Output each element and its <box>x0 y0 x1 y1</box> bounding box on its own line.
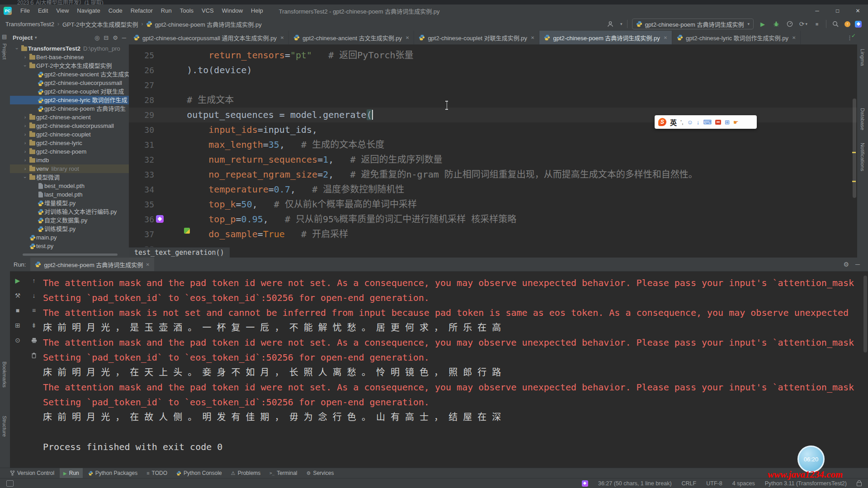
update-notification-icon[interactable]: ↑ <box>844 21 850 27</box>
menu-item-file[interactable]: File <box>16 5 34 17</box>
close-icon[interactable]: ✕ <box>792 35 796 40</box>
tree-item[interactable]: ›imdb <box>10 156 129 164</box>
tree-chevron-icon[interactable]: › <box>22 113 28 122</box>
user-dropdown-icon[interactable]: ▾ <box>620 22 623 26</box>
caret-position-label[interactable]: 36:27 (50 chars, 1 line break) <box>598 480 672 487</box>
stripe-lingma-button[interactable]: Lingma <box>860 49 865 66</box>
tool-window-grid-icon[interactable]: ▤ <box>2 33 7 40</box>
tree-item[interactable]: gpt2-chinese-poem 古典诗词生 <box>10 104 129 113</box>
tree-chevron-icon[interactable]: › <box>22 53 28 61</box>
indent-label[interactable]: 4 spaces <box>732 480 755 487</box>
stripe-database-button[interactable]: Database <box>860 108 865 130</box>
tree-chevron-icon[interactable]: › <box>22 139 28 147</box>
tree-chevron-icon[interactable]: › <box>22 130 28 139</box>
tree-chevron-icon[interactable]: › <box>22 156 28 164</box>
up-icon[interactable]: ↑ <box>29 276 39 286</box>
ime-grid-icon[interactable]: ⊞ <box>725 119 730 126</box>
project-view-dropdown-icon[interactable]: ▾ <box>35 35 37 40</box>
menu-item-edit[interactable]: Edit <box>34 5 52 17</box>
clear-icon[interactable] <box>29 350 39 360</box>
line-ending-label[interactable]: CRLF <box>682 480 697 487</box>
editor-tab[interactable]: gpt2-chinese-cluecorpussmall 通用文本生成实例.py… <box>129 31 289 44</box>
tree-chevron-icon[interactable]: › <box>22 164 28 173</box>
tree-chevron-icon[interactable]: › <box>21 174 29 181</box>
toolwindow-button-python-packages[interactable]: Python Packages <box>85 468 141 479</box>
console-hide-icon[interactable]: ─ <box>855 261 860 268</box>
tree-item[interactable]: test.py <box>10 242 129 250</box>
hide-panel-icon[interactable]: ─ <box>122 34 126 41</box>
breadcrumb-item[interactable]: GPT-2中文文本生成模型实例 <box>62 20 138 28</box>
down-icon[interactable]: ↓ <box>29 291 39 300</box>
tree-item[interactable]: gpt2-chinese-cluecorpussmall <box>10 79 129 87</box>
editor-scrollbar[interactable]: ✓ <box>851 31 857 244</box>
code-editor[interactable]: 25 return_tensors="pt" # 返回PyTorch张量26 )… <box>129 44 857 258</box>
pin-icon[interactable]: ⊙ <box>13 335 23 345</box>
console-scrollbar-thumb[interactable] <box>863 276 867 352</box>
menu-item-run[interactable]: Run <box>157 5 176 17</box>
tree-item[interactable]: ›模型微调 <box>10 173 129 182</box>
workspace-icon[interactable] <box>6 480 14 487</box>
toolwindow-button-run[interactable]: ▶Run <box>60 468 83 479</box>
ime-keyboard-icon[interactable]: ⌨ <box>703 119 712 126</box>
tree-chevron-icon[interactable]: › <box>21 62 29 69</box>
menu-item-window[interactable]: Window <box>218 5 247 17</box>
close-icon[interactable]: ✕ <box>146 262 149 267</box>
tree-item[interactable]: 训练模型.py <box>10 225 129 233</box>
stripe-structure-button[interactable]: Structure <box>2 416 7 437</box>
minimize-button[interactable]: ─ <box>807 5 827 17</box>
close-icon[interactable]: ✕ <box>280 35 284 40</box>
warning-stripe-mark[interactable] <box>852 181 856 182</box>
tree-item[interactable]: ›GPT-2中文文本生成模型实例 <box>10 61 129 70</box>
menu-item-refactor[interactable]: Refactor <box>127 5 157 17</box>
tree-item[interactable]: ›gpt2-chinese-ancient <box>10 113 129 122</box>
stripe-bookmarks-button[interactable]: Bookmarks <box>2 361 7 388</box>
ime-hand-icon[interactable]: ☛ <box>733 119 739 126</box>
tree-item[interactable]: 增量模型.py <box>10 199 129 207</box>
tree-item[interactable]: 自定义数据集.py <box>10 216 129 225</box>
lines-icon[interactable]: ≡ <box>29 305 39 315</box>
stripe-project-button[interactable]: Project <box>2 43 7 60</box>
tree-chevron-icon[interactable]: › <box>22 122 28 130</box>
editor-scrollbar-thumb[interactable] <box>853 99 856 198</box>
tree-item[interactable]: main.py <box>10 233 129 242</box>
interpreter-label[interactable]: Python 3.11 (TransformersTest2) <box>765 480 847 487</box>
toolwindow-button-version-control[interactable]: Version Control <box>6 468 58 479</box>
encoding-label[interactable]: UTF-8 <box>706 480 722 487</box>
tree-item[interactable]: gpt2-chinese-couplet 对联生成 <box>10 87 129 96</box>
run-configuration-select[interactable]: gpt2-chinese-poem 古典诗词生成实例 ▾ <box>632 19 754 29</box>
menu-item-code[interactable]: Code <box>104 5 127 17</box>
toolwindow-button-services[interactable]: ⚙Services <box>303 468 338 479</box>
tree-item[interactable]: ›gpt2-chinese-poem <box>10 147 129 156</box>
breadcrumb-item[interactable]: gpt2-chinese-poem 古典诗词生成实例.py <box>155 20 261 28</box>
project-settings-icon[interactable]: ⚙ <box>113 34 118 41</box>
tree-item[interactable]: 对训练输入文本进行编码.py <box>10 207 129 216</box>
softwrap-icon[interactable]: ⊞ <box>13 320 23 330</box>
ime-emoji-icon[interactable]: ☺ <box>687 119 693 126</box>
inspection-ok-icon[interactable]: ✓ <box>851 33 856 39</box>
maximize-button[interactable]: □ <box>827 5 848 17</box>
menu-item-navigate[interactable]: Navigate <box>73 5 104 17</box>
menu-item-vcs[interactable]: VCS <box>198 5 218 17</box>
console-output[interactable]: The attention mask and the pad token id … <box>43 276 865 468</box>
close-icon[interactable]: ✕ <box>406 35 409 40</box>
editor-tab[interactable]: gpt2-chinese-poem 古典诗词生成实例.py✕ <box>539 31 672 44</box>
user-account-icon[interactable] <box>606 19 615 28</box>
run-console-tab[interactable]: gpt2-chinese-poem 古典诗词生成实例 ✕ <box>30 258 154 271</box>
editor-area[interactable]: gpt2-chinese-cluecorpussmall 通用文本生成实例.py… <box>129 31 857 258</box>
project-horizontal-scrollbar[interactable] <box>23 253 118 256</box>
tree-chevron-icon[interactable]: › <box>13 45 21 52</box>
profiler-button[interactable] <box>785 19 794 28</box>
tree-item[interactable]: last_model.pth <box>10 190 129 199</box>
tree-item[interactable]: gpt2-chinese-ancient 古文生成实 <box>10 70 129 79</box>
close-icon[interactable]: ✕ <box>531 35 534 40</box>
print-icon[interactable] <box>29 335 39 345</box>
lingma-status-icon[interactable] <box>582 480 588 487</box>
ai-assistant-gutter-icon[interactable] <box>156 215 164 223</box>
tree-item[interactable]: ›gpt2-chinese-couplet <box>10 130 129 139</box>
lock-icon[interactable] <box>857 482 862 486</box>
ime-toolbox-icon[interactable] <box>715 120 721 125</box>
console-settings-icon[interactable]: ⚙ <box>844 261 849 268</box>
locate-file-icon[interactable]: ◎ <box>94 34 99 41</box>
toolwindow-button-python-console[interactable]: Python Console <box>173 468 226 479</box>
editor-tab[interactable]: gpt2-chinese-lyric 歌词创作生成实例.py✕ <box>672 31 801 44</box>
